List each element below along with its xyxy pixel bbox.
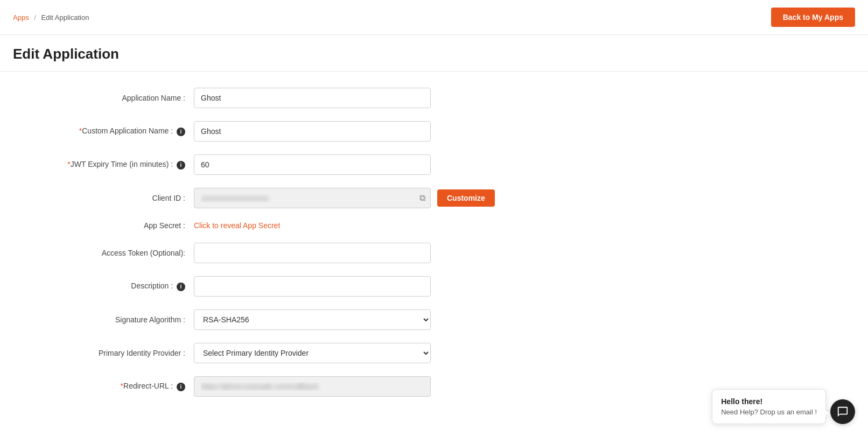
chat-bubble: Hello there! Need Help? Drop us an email… [712, 389, 826, 424]
back-to-my-apps-button[interactable]: Back to My Apps [771, 8, 855, 27]
application-name-label: Application Name : [22, 94, 194, 102]
breadcrumb-apps-link[interactable]: Apps [13, 13, 29, 22]
primary-identity-provider-label: Primary Identity Provider : [22, 349, 194, 357]
application-name-input[interactable] [194, 88, 431, 108]
jwt-expiry-label: *JWT Expiry Time (in minutes) : i [22, 160, 194, 170]
primary-identity-provider-select[interactable]: Select Primary Identity Provider [194, 343, 431, 363]
primary-identity-provider-row: Primary Identity Provider : Select Prima… [22, 343, 495, 363]
redirect-url-row: *Redirect-URL : i [22, 376, 495, 397]
jwt-expiry-info-icon[interactable]: i [177, 161, 185, 170]
page-title: Edit Application [0, 35, 868, 72]
app-secret-label: App Secret : [22, 221, 194, 230]
app-secret-row: App Secret : Click to reveal App Secret [22, 221, 495, 230]
breadcrumb-separator: / [34, 13, 36, 22]
customize-button[interactable]: Customize [437, 189, 495, 207]
description-info-icon[interactable]: i [177, 283, 185, 291]
access-token-row: Access Token (Optional): [22, 243, 495, 263]
chat-arrow-inner [825, 410, 829, 415]
top-bar: Apps / Edit Application Back to My Apps [0, 0, 868, 35]
copy-icon[interactable]: ⧉ [419, 193, 425, 203]
redirect-url-label: *Redirect-URL : i [22, 382, 194, 391]
description-row: Description : i [22, 276, 495, 297]
access-token-input[interactable] [194, 243, 431, 263]
description-input[interactable] [194, 276, 431, 297]
client-id-input[interactable] [194, 188, 431, 208]
redirect-url-info-icon[interactable]: i [177, 383, 185, 391]
client-id-label: Client ID : [22, 194, 194, 202]
jwt-expiry-input[interactable] [194, 154, 431, 175]
chat-icon [837, 406, 849, 418]
chat-hello: Hello there! [721, 397, 817, 406]
custom-application-name-info-icon[interactable]: i [177, 128, 185, 136]
breadcrumb-current: Edit Application [41, 13, 89, 22]
chat-bubble-container: Hello there! Need Help? Drop us an email… [712, 389, 826, 424]
client-id-row: Client ID : ⧉ Customize [22, 188, 495, 208]
redirect-url-input[interactable] [194, 376, 431, 397]
edit-application-form: Application Name : *Custom Application N… [0, 72, 517, 426]
custom-application-name-row: *Custom Application Name : i [22, 121, 495, 142]
breadcrumb: Apps / Edit Application [13, 13, 89, 22]
chat-widget: Hello there! Need Help? Drop us an email… [712, 389, 855, 424]
description-label: Description : i [22, 281, 194, 291]
jwt-expiry-row: *JWT Expiry Time (in minutes) : i [22, 154, 495, 175]
signature-algorithm-select[interactable]: RSA-SHA256 HS256 HS512 RS256 [194, 309, 431, 330]
signature-algorithm-row: Signature Algorithm : RSA-SHA256 HS256 H… [22, 309, 495, 330]
client-id-input-wrapper: ⧉ [194, 188, 431, 208]
application-name-row: Application Name : [22, 88, 495, 108]
chat-help-text: Need Help? Drop us an email ! [721, 408, 817, 416]
signature-algorithm-label: Signature Algorithm : [22, 315, 194, 324]
custom-application-name-input[interactable] [194, 121, 431, 142]
access-token-label: Access Token (Optional): [22, 249, 194, 257]
chat-button[interactable] [830, 399, 855, 424]
client-id-field-group: ⧉ Customize [194, 188, 495, 208]
reveal-app-secret-link[interactable]: Click to reveal App Secret [194, 221, 280, 230]
custom-application-name-label: *Custom Application Name : i [22, 126, 194, 136]
